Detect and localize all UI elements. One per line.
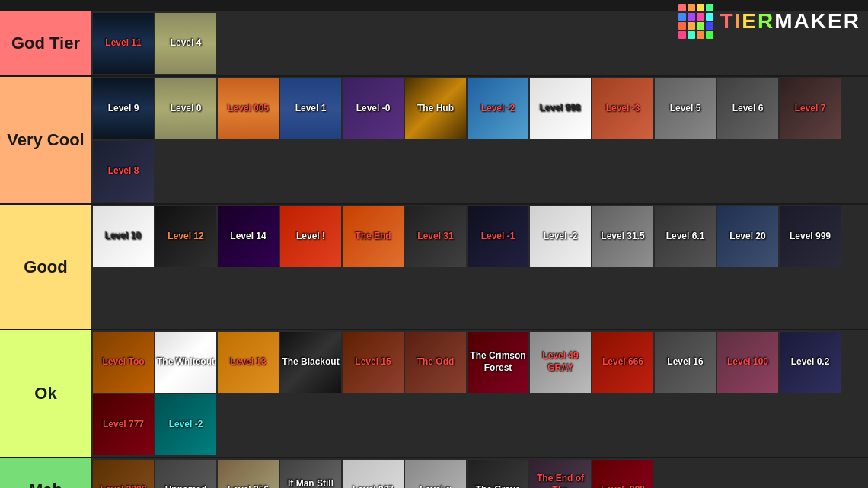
tier-item[interactable]: Level 100 [717,332,778,393]
tier-item-label: Level -2 [469,103,527,115]
tier-item-label: Level 005 [219,103,277,115]
tier-item[interactable]: The Odd [405,332,466,393]
tier-item[interactable]: Level 0.2 [780,332,841,393]
tier-item[interactable]: Level 31.5 [592,206,653,267]
tier-item[interactable]: If Man Still Alive [280,460,341,488]
tier-item-label: Level Too [94,356,152,368]
tier-item[interactable]: Level 998 [530,78,591,139]
tier-item[interactable]: Level 7 [780,78,841,139]
tier-item-label: The Blackout [282,356,340,368]
tier-item-label: The Grave [469,484,527,488]
tier-item[interactable]: The Blackout [280,332,341,393]
tier-item-label: Level 0.2 [781,356,839,368]
tier-item[interactable]: Level 0 [155,78,216,139]
tier-item[interactable]: Level -2 [155,394,216,455]
tier-item[interactable]: Level 1 [280,78,341,139]
tier-item-label: The Crimson Forest [469,350,527,374]
tier-item[interactable]: Level 12 [155,206,216,267]
tier-content-ok: Level TooThe WhiteoutLevel 13The Blackou… [91,330,868,457]
tier-item[interactable]: Level 9 [93,78,154,139]
tier-item[interactable]: Level -0 [343,78,404,139]
tier-item[interactable]: Level -998 [592,460,653,488]
tier-item-label: Level 256 [219,484,277,488]
tiermaker-logo: TiERMAKER [678,4,860,39]
tier-content-good: Level 10Level 12Level 14Level !The EndLe… [91,205,868,329]
tier-item-label: Level 9 [94,103,152,115]
tier-item[interactable]: Level 31 [405,206,466,267]
tier-item-label: Level 999 [781,231,839,243]
tier-item[interactable]: Level 3999 [93,460,154,488]
tier-item[interactable]: The Whiteout [155,332,216,393]
tier-item[interactable]: Level 10 [93,206,154,267]
tier-item[interactable]: Level 6.1 [655,206,716,267]
tier-item[interactable]: Level 13 [218,332,279,393]
tier-item[interactable]: Level 999 [780,206,841,267]
tier-container: God TierLevel 11Level 4Very CoolLevel 9L… [0,11,868,488]
tier-item-label: Level 4 [157,37,215,49]
tier-item[interactable]: The Crimson Forest [468,332,528,393]
tier-content-very-cool: Level 9Level 0Level 005Level 1Level -0Th… [91,77,868,203]
tier-item-label: Level 0 [157,103,215,115]
tier-item-label: Level 15 [344,356,402,368]
tier-row-ok: OkLevel TooThe WhiteoutLevel 13The Black… [0,330,868,458]
tier-item-label: Level ! [282,231,340,243]
tier-item-label: Level 20 [719,231,777,243]
tier-label-meh: Meh [0,458,91,488]
tier-item[interactable]: Level ! [280,206,341,267]
tier-item[interactable]: Level 11 [93,13,154,74]
tier-row-very-cool: Very CoolLevel 9Level 0Level 005Level 1L… [0,77,868,205]
tier-item[interactable]: Level -2 [468,78,528,139]
tier-label-very-cool: Very Cool [0,77,91,203]
tier-item[interactable]: Level α [405,460,466,488]
tier-item[interactable]: Level 14 [218,206,279,267]
tier-item-label: If Man Still Alive [282,478,340,488]
tier-row-good: GoodLevel 10Level 12Level 14Level !The E… [0,205,868,330]
tier-item[interactable]: The Hub [405,78,466,139]
tier-item[interactable]: Level 666 [592,332,653,393]
tier-item[interactable]: Level 20 [717,206,778,267]
tier-item-label: Level -3 [594,103,652,115]
tier-item-label: Level 49 GRAY [531,350,589,374]
tier-item-label: The Odd [407,356,464,368]
tier-item[interactable]: Level 907 [343,460,404,488]
tier-item[interactable]: Level 16 [655,332,716,393]
tier-item-label: Level 11 [94,37,152,49]
tier-item-label: Level 13 [219,356,277,368]
tier-item[interactable]: Level -1 [468,206,528,267]
tier-item-label: Level 14 [219,231,277,243]
tier-item[interactable]: Level 15 [343,332,404,393]
tier-label-good: Good [0,205,91,329]
tier-label-god-tier: God Tier [0,11,91,75]
tier-item[interactable]: Level 5 [655,78,716,139]
tier-item-label: Level 1 [282,103,340,115]
tier-item-label: Level -2 [157,419,215,431]
tier-item[interactable]: The End [343,206,404,267]
tier-item[interactable]: Level -3 [592,78,653,139]
tier-item[interactable]: Level 005 [218,78,279,139]
tier-item-label: Level 31.5 [594,231,652,243]
logo-text: TiERMAKER [720,9,860,33]
tier-item-label: The Hub [407,103,464,115]
tier-item-label: Level -1 [469,231,527,243]
tier-item[interactable]: Level 49 GRAY [530,332,591,393]
tier-item[interactable]: Level 4 [155,13,216,74]
tier-item-label: Level 998 [531,103,589,115]
tier-item-label: Level -998 [594,484,652,488]
tier-item[interactable]: Unnamed [155,460,216,488]
tier-item-label: Level -2 [531,231,589,243]
tier-item[interactable]: Level 777 [93,394,154,455]
tier-item-label: The Whiteout [157,356,215,368]
tier-item-label: Level 3999 [94,484,152,488]
tier-item[interactable]: Level 256 [218,460,279,488]
tier-item-label: Level α [407,484,464,488]
tier-item[interactable]: Level -2 [530,206,591,267]
tier-item[interactable]: Level 8 [93,141,154,202]
tier-item-label: Level 666 [594,356,652,368]
tier-item-label: Level 777 [94,419,152,431]
tier-item-label: Level 100 [719,356,777,368]
tier-item-label: Level 907 [344,484,402,488]
tier-item[interactable]: The Grave [468,460,528,488]
tier-item[interactable]: Level Too [93,332,154,393]
tier-item[interactable]: Level 6 [717,78,778,139]
tier-item[interactable]: The End of The Backrooms 2 [530,460,591,488]
